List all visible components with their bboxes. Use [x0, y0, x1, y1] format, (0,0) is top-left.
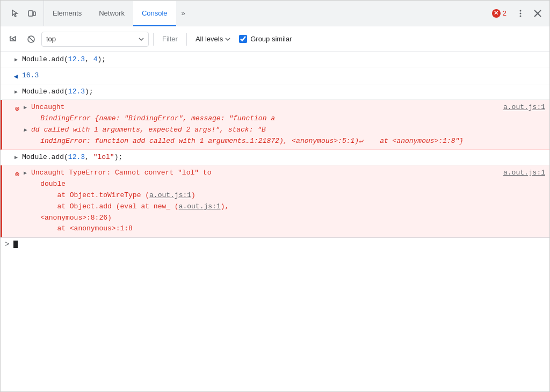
svg-rect-0 — [28, 11, 33, 16]
expand-arrow[interactable]: ▶ — [15, 89, 18, 95]
source-link[interactable]: a.out.js:1 — [503, 168, 545, 179]
svg-rect-1 — [33, 12, 35, 16]
row-content: Module.add(12.3); — [22, 86, 545, 98]
tab-bar: Elements Network Console » ✕ 2 — [1, 1, 549, 26]
error-icon: ⊗ — [15, 104, 19, 113]
error-badge-icon: ✕ — [492, 9, 501, 18]
row-gutter: ▶ — [1, 54, 22, 63]
context-selector[interactable]: top — [41, 32, 149, 47]
svg-point-2 — [520, 10, 522, 11]
tab-more[interactable]: » — [176, 1, 191, 26]
separator — [153, 33, 154, 46]
tab-bar-right: ✕ 2 — [488, 6, 547, 21]
console-content: ▶ Module.add(12.3, 4); ◀ 16.3 ▶ Module.a… — [1, 52, 549, 392]
output-arrow: ◀ — [14, 72, 18, 81]
group-similar: Group similar — [239, 35, 292, 43]
source-link3[interactable]: a.out.js:1 — [179, 202, 221, 210]
block-icon[interactable] — [23, 31, 39, 47]
error-count: 2 — [503, 9, 506, 17]
tab-network[interactable]: Network — [90, 1, 133, 26]
row-gutter: ▶ — [1, 86, 22, 95]
levels-button[interactable]: All levels — [191, 32, 235, 47]
context-value: top — [46, 35, 134, 43]
console-row: ▶ Module.add(12.3); — [1, 84, 549, 100]
row-gutter: ⊗ — [2, 168, 24, 179]
chevron-down-icon2 — [225, 38, 230, 41]
console-row: ◀ 16.3 — [1, 68, 549, 84]
source-link[interactable]: a.out.js:1 — [503, 102, 545, 113]
console-prompt: > — [5, 240, 9, 249]
clear-console-button[interactable] — [5, 31, 21, 47]
expand-arrow2[interactable]: ▶ — [24, 126, 30, 135]
devtools-icons — [3, 1, 44, 26]
console-error-row: ⊗ ▶Uncaught a.out.js:1 BindingError {nam… — [1, 100, 549, 149]
pointer-icon[interactable] — [7, 6, 22, 21]
svg-point-4 — [520, 15, 522, 17]
svg-point-3 — [520, 12, 522, 14]
row-content: Module.add(12.3, "lol"); — [22, 152, 545, 163]
row-content: Module.add(12.3, 4); — [22, 54, 545, 66]
separator2 — [186, 33, 187, 46]
levels-label: All levels — [196, 35, 223, 43]
row-content: ▶Uncaught a.out.js:1 BindingError {name:… — [24, 102, 545, 147]
svg-line-9 — [28, 37, 34, 42]
tab-elements[interactable]: Elements — [44, 1, 90, 26]
close-icon[interactable] — [530, 6, 545, 21]
expand-arrow[interactable]: ▶ — [24, 104, 30, 112]
group-similar-label: Group similar — [250, 35, 292, 43]
console-toolbar: top Filter All levels Group similar — [1, 26, 549, 52]
console-row: ▶ Module.add(12.3, "lol"); — [1, 150, 549, 166]
row-content: ▶Uncaught TypeError: Cannot convert "lol… — [24, 168, 545, 235]
chevron-down-icon — [139, 38, 144, 41]
row-content: 16.3 — [22, 70, 545, 82]
device-icon[interactable] — [24, 6, 39, 21]
expand-arrow[interactable]: ▶ — [15, 154, 18, 161]
filter-label: Filter — [158, 35, 182, 43]
row-gutter: ⊗ — [2, 102, 24, 113]
svg-line-7 — [10, 36, 11, 38]
more-options-icon[interactable] — [513, 6, 528, 21]
expand-arrow[interactable]: ▶ — [24, 169, 30, 178]
error-badge[interactable]: ✕ 2 — [488, 9, 511, 18]
source-link2[interactable]: a.out.js:1 — [149, 191, 191, 199]
tab-console[interactable]: Console — [133, 1, 176, 26]
console-row: ▶ Module.add(12.3, 4); — [1, 52, 549, 68]
console-error-row: ⊗ ▶Uncaught TypeError: Cannot convert "l… — [1, 165, 549, 237]
row-gutter: ◀ — [1, 70, 22, 81]
group-similar-checkbox[interactable] — [239, 35, 247, 43]
row-gutter: ▶ — [1, 152, 22, 161]
expand-arrow[interactable]: ▶ — [15, 56, 18, 63]
console-cursor — [13, 241, 18, 248]
error-icon: ⊗ — [15, 170, 19, 179]
console-input-row[interactable]: > — [1, 237, 549, 251]
